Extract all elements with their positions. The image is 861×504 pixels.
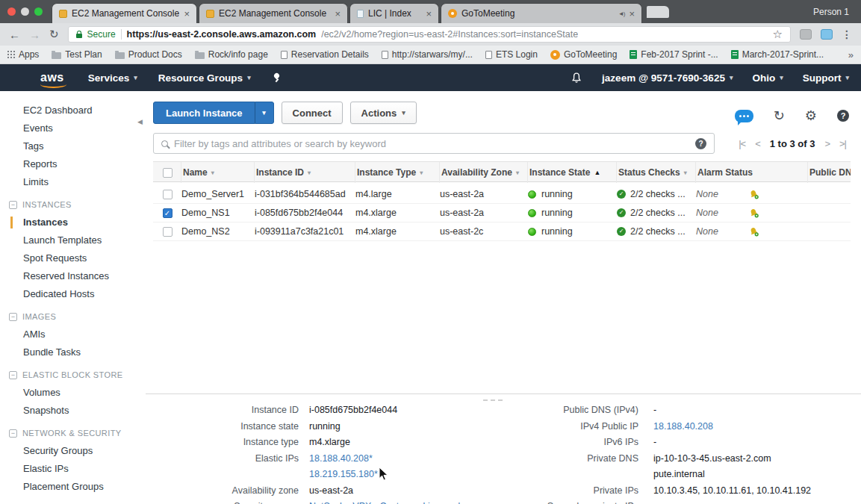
sort-caret-icon[interactable]: ▾ xyxy=(211,169,214,176)
reload-icon[interactable]: ↻ xyxy=(49,28,59,41)
back-icon[interactable]: ← xyxy=(9,28,20,41)
sidebar-item-reserved-instances[interactable]: Reserved Instances xyxy=(0,267,146,285)
sidebar-item-snapshots[interactable]: Snapshots xyxy=(0,402,146,420)
bookmark-item[interactable]: March-2017-Sprint... xyxy=(731,49,824,60)
table-row[interactable]: ✓ Demo_NS2 i-093911a7c3fa21c01 m4.xlarge… xyxy=(153,223,851,241)
feedback-chat-icon[interactable] xyxy=(735,110,753,122)
browser-menu-icon[interactable]: ⋮ xyxy=(842,28,852,40)
row-checkbox[interactable]: ✓ xyxy=(163,190,172,199)
tab-ec2-console-2[interactable]: EC2 Management Console × xyxy=(199,3,348,23)
aws-logo[interactable]: aws xyxy=(40,71,64,84)
last-page-icon[interactable]: >| xyxy=(839,138,846,149)
select-all-cell[interactable] xyxy=(153,162,181,183)
bookmark-item[interactable]: Reservation Details xyxy=(281,49,369,60)
header-instance-id[interactable]: Instance ID ▾ xyxy=(255,162,355,183)
sort-caret-icon[interactable]: ▾ xyxy=(308,169,311,176)
notifications-bell-icon[interactable] xyxy=(571,72,582,84)
bookmarks-overflow-icon[interactable]: » xyxy=(848,49,854,60)
region-menu[interactable]: Ohio ▾ xyxy=(752,72,783,84)
account-menu[interactable]: jazeem @ 9571-7690-3625 ▾ xyxy=(602,72,733,84)
create-alarm-bell-icon[interactable] xyxy=(748,208,759,218)
elastic-ip-link[interactable]: 18.219.155.180* xyxy=(309,467,496,483)
bookmark-item[interactable]: Rock/info page xyxy=(195,49,268,60)
security-groups-link[interactable]: NetScaler VPX - Customer Licensed- xyxy=(309,499,496,504)
bookmark-star-icon[interactable]: ☆ xyxy=(773,28,783,41)
sidebar-item-dedicated-hosts[interactable]: Dedicated Hosts xyxy=(0,285,146,303)
elastic-ip-link[interactable]: 18.188.40.208* xyxy=(309,451,496,467)
collapse-minus-icon[interactable]: − xyxy=(9,429,17,438)
minimize-window-button[interactable] xyxy=(21,7,29,16)
bookmark-item[interactable]: Test Plan xyxy=(52,49,102,60)
header-instance-type[interactable]: Instance Type ▾ xyxy=(355,162,440,183)
sort-asc-icon[interactable]: ▲ xyxy=(594,169,600,176)
header-status-checks[interactable]: Status Checks ▾ xyxy=(617,162,696,183)
refresh-icon[interactable]: ↻ xyxy=(774,109,785,122)
secure-label[interactable]: Secure xyxy=(87,29,116,40)
tab-close-icon[interactable]: × xyxy=(629,8,635,19)
first-page-icon[interactable]: |< xyxy=(739,138,745,149)
bookmark-item[interactable]: GoToMeeting xyxy=(550,49,617,60)
header-public-dns[interactable]: Public DNS (IPv4) xyxy=(808,162,851,183)
sidebar-section-network-security[interactable]: − NETWORK & SECURITY xyxy=(0,424,146,442)
new-tab-button[interactable] xyxy=(647,6,669,18)
sidebar-collapse-icon[interactable]: ◀ xyxy=(137,118,143,125)
browser-profile-label[interactable]: Person 1 xyxy=(801,7,861,17)
tab-gotomeeting[interactable]: GoToMeeting ◄) × xyxy=(441,3,642,23)
extension-icon[interactable] xyxy=(821,29,833,40)
support-menu[interactable]: Support ▾ xyxy=(803,72,849,84)
tab-close-icon[interactable]: × xyxy=(426,8,432,19)
next-page-icon[interactable]: > xyxy=(824,138,830,149)
help-icon[interactable]: ? xyxy=(837,110,849,122)
sort-caret-icon[interactable]: ▾ xyxy=(684,169,687,176)
sort-caret-icon[interactable]: ▾ xyxy=(420,169,423,176)
sidebar-item-events[interactable]: Events xyxy=(0,119,146,137)
connect-button[interactable]: Connect xyxy=(282,102,343,124)
filter-search-box[interactable]: ? xyxy=(153,133,715,154)
header-name[interactable]: Name ▾ xyxy=(181,162,255,183)
close-window-button[interactable] xyxy=(7,7,16,16)
sidebar-item-tags[interactable]: Tags xyxy=(0,137,146,155)
sidebar-item-reports[interactable]: Reports xyxy=(0,155,146,173)
tab-ec2-console-1[interactable]: EC2 Management Console × xyxy=(52,3,197,23)
create-alarm-bell-icon[interactable] xyxy=(748,227,759,237)
row-checkbox[interactable]: ✓ xyxy=(163,227,172,237)
sidebar-item-launch-templates[interactable]: Launch Templates xyxy=(0,231,146,249)
services-menu[interactable]: Services ▾ xyxy=(88,72,137,84)
filter-input[interactable] xyxy=(174,138,689,149)
tab-audio-icon[interactable]: ◄) xyxy=(618,10,625,17)
actions-button[interactable]: Actions ▾ xyxy=(350,102,417,124)
header-alarm-status[interactable]: Alarm Status xyxy=(696,162,808,183)
ipv4-public-ip-link[interactable]: 18.188.40.208 xyxy=(653,419,861,435)
tab-close-icon[interactable]: × xyxy=(184,8,190,19)
resource-groups-menu[interactable]: Resource Groups ▾ xyxy=(158,72,251,84)
bookmark-apps[interactable]: Apps xyxy=(7,49,39,60)
tab-close-icon[interactable]: × xyxy=(335,8,341,19)
header-availability-zone[interactable]: Availability Zone ▾ xyxy=(440,162,528,183)
panel-resize-handle[interactable] xyxy=(483,399,503,401)
sidebar-section-instances[interactable]: − INSTANCES xyxy=(0,196,146,214)
filter-help-icon[interactable]: ? xyxy=(695,138,706,149)
forward-icon[interactable]: → xyxy=(29,28,40,41)
collapse-minus-icon[interactable]: − xyxy=(9,313,17,321)
gear-icon[interactable]: ⚙ xyxy=(805,109,817,122)
window-controls[interactable] xyxy=(0,0,52,23)
create-alarm-bell-icon[interactable] xyxy=(748,190,759,199)
sidebar-item-bundle-tasks[interactable]: Bundle Tasks xyxy=(0,343,146,361)
sidebar-item-instances[interactable]: Instances xyxy=(0,214,146,231)
sidebar-item-volumes[interactable]: Volumes xyxy=(0,384,146,402)
bookmark-item[interactable]: http://starwars/my/... xyxy=(382,49,473,60)
launch-instance-caret-icon[interactable]: ▾ xyxy=(255,102,274,124)
bookmark-item[interactable]: Product Docs xyxy=(115,49,182,60)
select-all-checkbox[interactable] xyxy=(163,168,172,178)
collapse-minus-icon[interactable]: − xyxy=(9,371,17,379)
bookmark-item[interactable]: ETS Login xyxy=(485,49,538,60)
table-row[interactable]: ✓ Demo_Server1 i-031bf364b544685ad m4.la… xyxy=(153,185,851,204)
sidebar-section-ebs[interactable]: − ELASTIC BLOCK STORE xyxy=(0,366,146,384)
sidebar-item-ec2-dashboard[interactable]: EC2 Dashboard xyxy=(0,102,146,119)
sidebar-item-placement-groups[interactable]: Placement Groups xyxy=(0,478,146,496)
row-checkbox[interactable]: ✓ xyxy=(163,208,172,218)
tab-lic-index[interactable]: LIC | Index × xyxy=(349,3,439,23)
launch-instance-button[interactable]: Launch Instance ▾ xyxy=(153,102,274,124)
fullscreen-window-button[interactable] xyxy=(34,7,43,16)
sidebar-item-amis[interactable]: AMIs xyxy=(0,326,146,343)
